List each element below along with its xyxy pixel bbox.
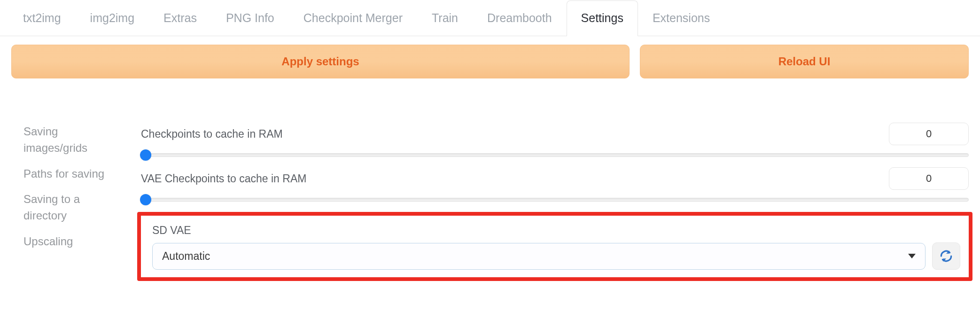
- tab-settings[interactable]: Settings: [567, 0, 638, 36]
- sd-vae-refresh-button[interactable]: [932, 242, 960, 270]
- checkpoints-ram-input[interactable]: [889, 123, 969, 145]
- checkpoints-ram-slider[interactable]: [141, 153, 969, 157]
- sidebar-item-paths-for-saving[interactable]: Paths for saving: [23, 166, 122, 182]
- sd-vae-highlight: SD VAE Automatic: [137, 212, 972, 281]
- setting-checkpoints-ram: Checkpoints to cache in RAM: [141, 123, 969, 157]
- tab-checkpoint-merger[interactable]: Checkpoint Merger: [289, 0, 417, 36]
- vae-checkpoints-ram-input[interactable]: [889, 167, 969, 190]
- setting-label: VAE Checkpoints to cache in RAM: [141, 172, 881, 185]
- settings-main: Checkpoints to cache in RAM VAE Checkpoi…: [141, 123, 969, 281]
- tab-train[interactable]: Train: [417, 0, 473, 36]
- action-row: Apply settings Reload UI: [0, 36, 980, 85]
- chevron-down-icon: [908, 254, 916, 258]
- setting-vae-checkpoints-ram: VAE Checkpoints to cache in RAM: [141, 167, 969, 202]
- tab-txt2img[interactable]: txt2img: [8, 0, 76, 36]
- slider-track: [141, 198, 969, 202]
- sidebar-item-saving-to-directory[interactable]: Saving to a directory: [23, 191, 122, 224]
- sidebar-item-upscaling[interactable]: Upscaling: [23, 234, 122, 250]
- tabs-bar: txt2img img2img Extras PNG Info Checkpoi…: [0, 0, 980, 36]
- tab-extensions[interactable]: Extensions: [638, 0, 724, 36]
- sd-vae-select[interactable]: Automatic: [152, 243, 926, 270]
- refresh-icon: [939, 249, 954, 264]
- slider-thumb[interactable]: [140, 149, 151, 161]
- tab-img2img[interactable]: img2img: [76, 0, 149, 36]
- sd-vae-label: SD VAE: [152, 224, 960, 237]
- sidebar-item-saving-images[interactable]: Saving images/grids: [23, 124, 122, 156]
- apply-settings-button[interactable]: Apply settings: [11, 45, 630, 78]
- reload-ui-button[interactable]: Reload UI: [640, 45, 969, 78]
- settings-sidebar: Saving images/grids Paths for saving Sav…: [23, 123, 122, 281]
- slider-track: [141, 153, 969, 157]
- tab-png-info[interactable]: PNG Info: [211, 0, 289, 36]
- content-area: Saving images/grids Paths for saving Sav…: [0, 85, 980, 281]
- tab-extras[interactable]: Extras: [149, 0, 211, 36]
- tab-dreambooth[interactable]: Dreambooth: [473, 0, 567, 36]
- setting-label: Checkpoints to cache in RAM: [141, 128, 881, 140]
- slider-thumb[interactable]: [140, 194, 151, 205]
- vae-checkpoints-ram-slider[interactable]: [141, 198, 969, 202]
- sd-vae-selected-value: Automatic: [162, 250, 210, 263]
